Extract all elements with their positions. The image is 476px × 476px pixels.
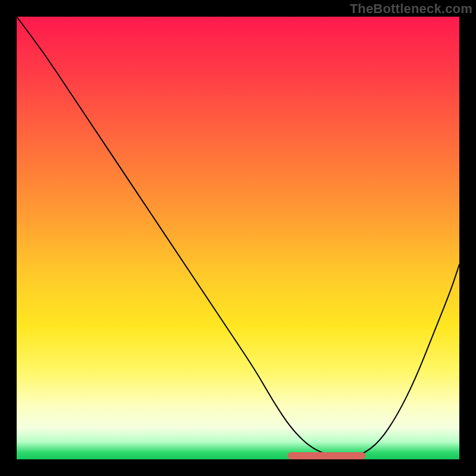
chart-stage: TheBottleneck.com [0,0,476,476]
bottleneck-curve [17,17,459,458]
watermark-text: TheBottleneck.com [350,1,472,17]
curve-svg [17,17,459,459]
plot-area [17,17,459,459]
